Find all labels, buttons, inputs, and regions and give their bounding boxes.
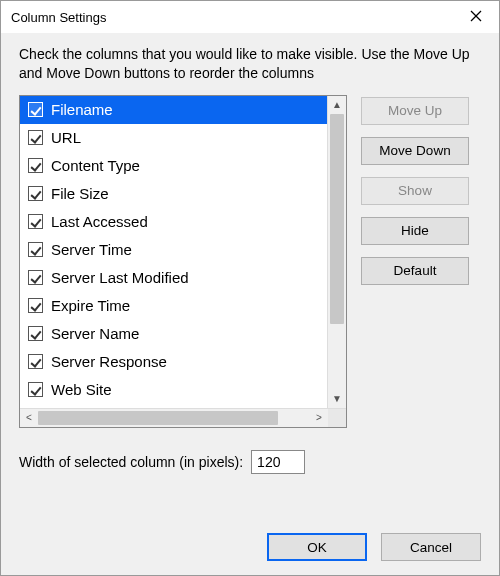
list-item-label: URL (51, 129, 81, 146)
ok-button[interactable]: OK (267, 533, 367, 561)
titlebar: Column Settings (1, 1, 499, 33)
width-input[interactable] (251, 450, 305, 474)
list-item[interactable]: File Size (20, 180, 328, 208)
list-item-label: Filename (51, 101, 113, 118)
list-item[interactable]: Filename (20, 96, 328, 124)
list-item-label: Last Accessed (51, 213, 148, 230)
list-item[interactable]: Server Name (20, 320, 328, 348)
vertical-scrollbar[interactable]: ▲ ▼ (327, 96, 346, 408)
scrollbar-corner (328, 409, 346, 427)
checkbox[interactable] (28, 158, 43, 173)
list-item[interactable]: Content Type (20, 152, 328, 180)
list-item-label: Content Type (51, 157, 140, 174)
list-item[interactable]: Server Response (20, 348, 328, 376)
dialog-window: Column Settings Check the columns that y… (0, 0, 500, 576)
list-item-label: Server Response (51, 353, 167, 370)
checkbox[interactable] (28, 326, 43, 341)
scroll-right-icon[interactable]: > (310, 409, 328, 427)
list-item-label: File Size (51, 185, 109, 202)
move-up-button[interactable]: Move Up (361, 97, 469, 125)
columns-list[interactable]: FilenameURLContent TypeFile SizeLast Acc… (19, 95, 347, 428)
list-item-label: Server Last Modified (51, 269, 189, 286)
list-item[interactable]: Web Site (20, 376, 328, 404)
move-down-button[interactable]: Move Down (361, 137, 469, 165)
list-item-label: Web Site (51, 381, 112, 398)
checkbox[interactable] (28, 382, 43, 397)
checkbox[interactable] (28, 214, 43, 229)
close-button[interactable] (453, 1, 499, 33)
instructions-text: Check the columns that you would like to… (19, 45, 481, 83)
side-buttons: Move Up Move Down Show Hide Default (361, 95, 469, 428)
hide-button[interactable]: Hide (361, 217, 469, 245)
checkbox[interactable] (28, 298, 43, 313)
list-item[interactable]: URL (20, 124, 328, 152)
show-button[interactable]: Show (361, 177, 469, 205)
vertical-scroll-thumb[interactable] (330, 114, 344, 324)
checkbox[interactable] (28, 102, 43, 117)
horizontal-scrollbar[interactable]: < > (20, 408, 346, 427)
checkbox[interactable] (28, 186, 43, 201)
horizontal-scroll-thumb[interactable] (38, 411, 278, 425)
list-item[interactable]: Expire Time (20, 292, 328, 320)
checkbox[interactable] (28, 270, 43, 285)
scroll-up-icon[interactable]: ▲ (328, 96, 346, 114)
checkbox[interactable] (28, 242, 43, 257)
close-icon (470, 10, 482, 25)
middle-row: FilenameURLContent TypeFile SizeLast Acc… (19, 95, 481, 428)
width-label: Width of selected column (in pixels): (19, 454, 243, 470)
default-button[interactable]: Default (361, 257, 469, 285)
list-item[interactable]: Last Accessed (20, 208, 328, 236)
list-item[interactable]: Server Last Modified (20, 264, 328, 292)
list-item-label: Expire Time (51, 297, 130, 314)
dialog-footer: OK Cancel (19, 517, 481, 561)
list-item[interactable]: Server Time (20, 236, 328, 264)
scroll-left-icon[interactable]: < (20, 409, 38, 427)
width-row: Width of selected column (in pixels): (19, 450, 481, 474)
checkbox[interactable] (28, 354, 43, 369)
window-title: Column Settings (11, 10, 106, 25)
columns-listbox[interactable]: FilenameURLContent TypeFile SizeLast Acc… (20, 96, 346, 408)
client-area: Check the columns that you would like to… (1, 33, 499, 575)
scroll-down-icon[interactable]: ▼ (328, 390, 346, 408)
list-item-label: Server Name (51, 325, 139, 342)
cancel-button[interactable]: Cancel (381, 533, 481, 561)
list-item-label: Server Time (51, 241, 132, 258)
checkbox[interactable] (28, 130, 43, 145)
